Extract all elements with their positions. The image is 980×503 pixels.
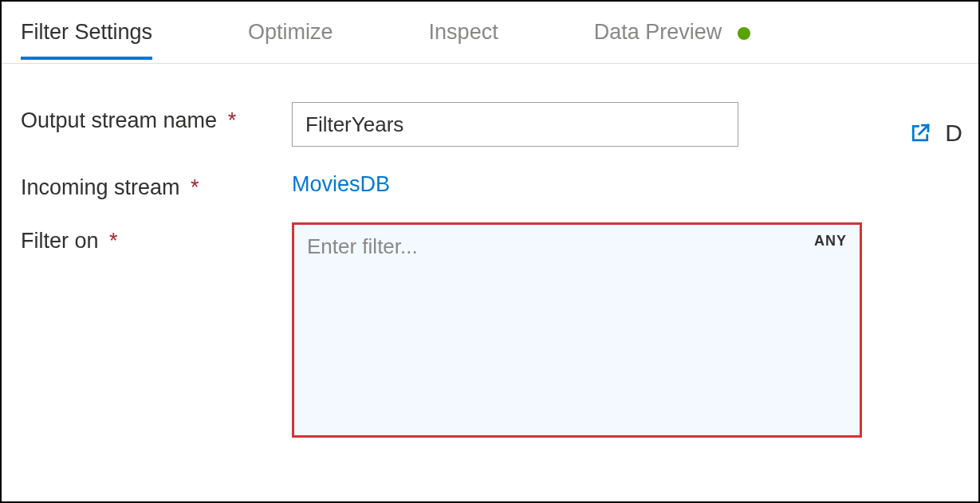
label-filter-on: Filter on * — [21, 222, 292, 253]
required-asterisk: * — [228, 108, 237, 132]
form-area: Output stream name * Incoming stream * M… — [2, 64, 978, 492]
label-output-stream-text: Output stream name — [21, 108, 217, 132]
truncated-label: D — [945, 120, 962, 147]
incoming-stream-link[interactable]: MoviesDB — [292, 169, 390, 197]
label-incoming-stream-text: Incoming stream — [21, 175, 180, 199]
filter-any-badge: ANY — [814, 233, 847, 250]
tab-bar: Filter Settings Optimize Inspect Data Pr… — [2, 2, 978, 64]
row-output-stream: Output stream name * — [21, 102, 959, 147]
output-stream-input[interactable] — [292, 102, 738, 147]
tab-inspect[interactable]: Inspect — [429, 6, 498, 59]
tab-data-preview[interactable]: Data Preview — [594, 6, 750, 59]
tab-filter-settings[interactable]: Filter Settings — [21, 6, 152, 59]
filter-expression-input[interactable]: Enter filter... ANY — [292, 222, 862, 438]
label-filter-on-text: Filter on — [21, 229, 99, 253]
tab-data-preview-label: Data Preview — [594, 20, 722, 44]
status-dot-icon — [738, 27, 750, 40]
required-asterisk: * — [191, 175, 199, 199]
label-output-stream: Output stream name * — [21, 102, 292, 133]
open-external-icon[interactable] — [908, 121, 932, 145]
label-incoming-stream: Incoming stream * — [21, 169, 292, 200]
right-extra: D — [908, 120, 962, 147]
row-incoming-stream: Incoming stream * MoviesDB — [21, 169, 959, 200]
tab-optimize[interactable]: Optimize — [248, 6, 333, 59]
row-filter-on: Filter on * Enter filter... ANY — [21, 222, 959, 438]
filter-placeholder: Enter filter... — [307, 234, 418, 258]
required-asterisk: * — [109, 229, 118, 253]
